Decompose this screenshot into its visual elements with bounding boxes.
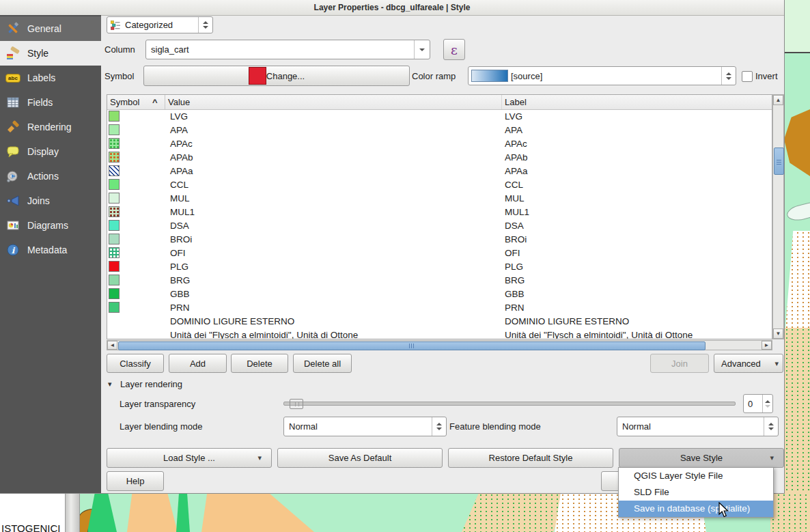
transparency-slider-handle[interactable] [290,399,303,409]
sidebar-item-diagrams[interactable]: Diagrams [0,213,101,238]
sidebar-item-joins[interactable]: Joins [0,188,101,213]
label-cell: PRN [505,303,525,313]
sidebar-item-display[interactable]: Display [0,139,101,164]
table-row[interactable]: DOMINIO LIGURE ESTERNODOMINIO LIGURE EST… [107,314,772,328]
transparency-spinbox[interactable]: 0 [743,394,773,413]
map-region-green-band-2 [176,493,190,532]
symbol-swatch [109,302,120,313]
tools-icon [5,21,20,36]
delete-label: Delete [247,359,273,369]
table-row[interactable]: APAcAPAc [107,137,772,150]
sidebar-item-actions[interactable]: Actions [0,164,101,188]
dialog-titlebar[interactable]: Layer Properties - dbcg_ulfareale | Styl… [0,0,784,16]
renderer-type-spinner[interactable] [198,17,212,33]
column-dropdown-arrow[interactable] [414,40,430,59]
categorized-icon [109,18,122,33]
sidebar-item-general[interactable]: General [0,16,101,41]
feature-blending-spinner[interactable] [764,417,778,436]
restore-default-style-button[interactable]: Restore Default Style [448,448,613,468]
table-row[interactable]: BRGBRG [107,273,772,287]
load-style-button[interactable]: Load Style ... ▾ [107,448,272,468]
sidebar-item-labels[interactable]: abc Labels [0,66,101,90]
invert-checkbox[interactable] [742,71,753,82]
expression-builder-button[interactable]: ε [443,39,465,60]
change-symbol-button[interactable]: Change... [143,66,410,86]
table-row[interactable]: PLGPLG [107,260,772,273]
panel-scrollbar-strip[interactable] [65,493,80,532]
table-row[interactable]: LVGLVG [107,109,772,123]
scroll-down-arrow-icon[interactable]: ▼ [773,328,783,339]
label-cell: MUL1 [505,207,529,217]
scroll-left-arrow-icon[interactable]: ◄ [107,341,117,350]
table-vscrollbar[interactable]: ▲ ▼ [772,94,784,339]
sidebar-item-rendering[interactable]: Rendering [0,115,101,139]
help-button[interactable]: Help [107,471,164,491]
column-header-value[interactable]: Value [165,97,501,107]
sidebar-item-label: General [27,23,61,34]
table-hscrollbar[interactable]: ◄ ► [107,340,772,350]
chevron-down-icon: ▾ [257,453,262,462]
sidebar-item-label: Metadata [27,244,67,255]
delete-button[interactable]: Delete [231,354,288,373]
value-cell: BRG [170,275,190,285]
transparency-slider[interactable] [283,402,736,406]
sidebar-item-fields[interactable]: Fields [0,90,101,115]
column-header-label[interactable]: Label [502,97,527,107]
symbol-swatch [109,193,120,204]
menu-item[interactable]: Save in database (spatialite) [619,501,773,517]
delete-all-button[interactable]: Delete all [293,354,352,373]
save-as-default-label: Save As Default [329,453,392,463]
table-row[interactable]: CCLCCL [107,178,772,191]
scroll-up-arrow-icon[interactable]: ▲ [773,95,783,105]
sidebar: General Style abc Labels [0,15,101,493]
renderer-type-value: Categorized [125,20,173,30]
sidebar-item-metadata[interactable]: i Metadata [0,238,101,262]
vscroll-thumb[interactable] [774,148,784,175]
collapse-triangle-icon[interactable]: ▾ [108,380,112,389]
table-row[interactable]: GBBGBB [107,287,772,300]
join-button[interactable]: Join [650,354,709,373]
layer-blending-combo[interactable]: Normal [283,417,447,436]
join-arrows-icon [5,193,20,208]
color-ramp-combo[interactable]: [source] [468,66,736,85]
value-cell: BROi [170,234,192,244]
menu-item[interactable]: SLD File [619,484,773,501]
save-as-default-button[interactable]: Save As Default [277,448,443,468]
menu-item[interactable]: QGIS Layer Style File [619,468,773,484]
add-button[interactable]: Add [169,354,227,373]
transparency-spinbox-arrows[interactable] [762,395,772,412]
sidebar-item-label: Fields [27,97,53,108]
layer-blending-spinner[interactable] [432,417,446,436]
sidebar-item-label: Rendering [27,122,72,132]
save-style-button[interactable]: Save Style ▾ [619,448,784,468]
table-row[interactable]: Unità dei "Flysch a elmintoidi", Unità d… [107,328,772,339]
classes-table-header[interactable]: Symbol ^ Value Label [107,95,772,110]
sidebar-item-style[interactable]: Style [0,41,101,66]
scroll-right-arrow-icon[interactable]: ► [762,341,772,350]
table-row[interactable]: BROiBROi [107,232,772,246]
table-row[interactable]: APAaAPAa [107,164,772,178]
label-cell: BRG [505,275,525,285]
table-row[interactable]: DSADSA [107,219,772,232]
value-cell: DSA [170,221,189,231]
feature-blending-value: Normal [622,421,651,432]
gear-play-icon [5,169,20,184]
color-ramp-spinner[interactable] [721,67,736,85]
table-row[interactable]: MULMUL [107,191,772,205]
table-row[interactable]: OFIOFI [107,246,772,260]
feature-blending-combo[interactable]: Normal [617,417,779,436]
hscroll-thumb[interactable] [118,341,706,350]
table-row[interactable]: MUL1MUL1 [107,205,772,219]
table-row[interactable]: APAAPA [107,123,772,137]
map-region-green-band-1 [87,493,117,532]
table-row[interactable]: PRNPRN [107,300,772,314]
advanced-button[interactable]: Advanced ▾ [714,354,783,373]
column-combo[interactable]: sigla_cart [145,40,430,59]
classify-button[interactable]: Classify [107,354,164,373]
column-header-symbol[interactable]: Symbol [107,97,152,107]
renderer-type-combo[interactable]: Categorized [107,16,213,33]
sort-ascending-indicator: ^ [152,97,165,107]
label-cell: OFI [505,248,520,258]
map-region-peach-band-1 [127,493,178,532]
table-row[interactable]: APAbAPAb [107,150,772,164]
